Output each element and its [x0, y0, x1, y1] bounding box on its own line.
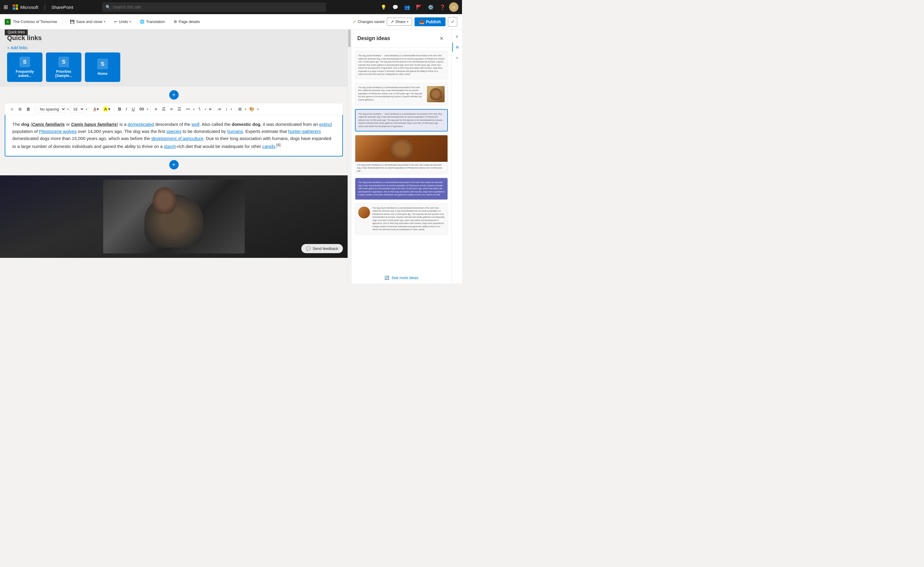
design-card-2[interactable]: The dog (Canis familiaris) is a domestic… — [355, 83, 448, 105]
apps-icon[interactable]: ⊞ — [3, 4, 8, 10]
link-hunter-gatherers[interactable]: hunter-gatherers — [288, 129, 321, 134]
translation-button[interactable]: 🌐 Translation — [137, 18, 168, 26]
ql-card-2-label: Priorities [Sample... — [48, 69, 79, 78]
save-icon: 💾 — [70, 20, 75, 24]
outdent-btn[interactable]: ⇤ — [207, 105, 214, 112]
italic-btn[interactable]: I — [124, 105, 129, 112]
design-card-1[interactable]: The dog (Canis familiaris → Canis famili… — [355, 51, 448, 79]
publish-button[interactable]: 📤 Publish — [415, 17, 445, 26]
design-card-3[interactable]: The dog (Canis familiaris → Canis famili… — [355, 109, 448, 132]
bullets-btn[interactable]: ≔ — [184, 105, 192, 112]
text-content[interactable]: The dog (Canis familiaris or Canis lupus… — [5, 115, 342, 156]
design-panel-close-button[interactable]: ✕ — [437, 34, 445, 42]
highlight-btn[interactable]: A ▾ — [102, 105, 112, 112]
question-icon[interactable]: ❓ — [437, 2, 448, 12]
underline-btn[interactable]: U — [130, 105, 137, 112]
design-card-6[interactable]: The dog (Canis familiaris) is a domestic… — [355, 203, 448, 235]
content-area[interactable]: Quick links Quick links + Add links S Fr… — [0, 30, 348, 284]
design-card-4[interactable]: The dog (Canis familiaris) is a domestic… — [355, 135, 448, 174]
italic-canis: Canis familiaris — [32, 122, 65, 127]
numbering-btn[interactable]: ⒈ — [196, 105, 203, 113]
text-content-wrapper[interactable]: The dog (Canis familiaris or Canis lupus… — [5, 115, 343, 156]
style-dropdown[interactable]: No spacing — [36, 105, 66, 113]
microsoft-logo: Microsoft — [13, 4, 38, 10]
page-details-button[interactable]: ⚙ Page details — [170, 18, 203, 26]
user-avatar[interactable]: U — [449, 2, 458, 12]
link-canids[interactable]: canids — [262, 144, 275, 149]
design-card-6-layout: The dog (Canis familiaris) is a domestic… — [358, 207, 445, 231]
strikethrough-dropdown: ▾ — [147, 108, 148, 111]
search-bar[interactable]: 🔍 — [102, 2, 326, 12]
scrollbar-track[interactable] — [348, 30, 351, 284]
justify-btn[interactable]: ☰ — [176, 105, 183, 112]
send-feedback-button[interactable]: 💬 Send feedback — [301, 244, 343, 253]
move-icon-btn[interactable]: ⊹ — [9, 105, 16, 112]
logo-grid — [13, 4, 18, 10]
font-color-btn[interactable]: A ▾ — [92, 105, 101, 112]
side-icon-button-2[interactable]: ≋ — [452, 42, 462, 52]
color-picker-btn[interactable]: 🎨 — [247, 105, 256, 112]
italic-canis-lupus: Canis lupus familiaris — [71, 122, 117, 127]
align-left-btn[interactable]: ≡ — [153, 105, 159, 112]
search-input[interactable] — [113, 5, 323, 9]
link-domesticated[interactable]: domesticated — [128, 122, 154, 127]
help-communities-icon[interactable]: 💡 — [378, 2, 389, 12]
dog-photo — [103, 180, 245, 254]
side-icon-button-3[interactable]: ≈ — [452, 53, 462, 63]
size-dropdown[interactable]: 18 — [70, 105, 85, 113]
link-wolf[interactable]: wolf — [192, 122, 200, 127]
link-extinct[interactable]: extinct — [319, 122, 332, 127]
delete-btn[interactable]: 🗑 — [24, 105, 32, 112]
share-label: Share — [395, 20, 406, 24]
line-spacing-btn[interactable]: ↕ — [224, 105, 229, 112]
main-layout: Quick links Quick links + Add links S Fr… — [0, 30, 462, 284]
dark-bg — [0, 176, 348, 258]
feedback-icon[interactable]: 💬 — [390, 2, 401, 12]
ql-card-3[interactable]: S Home — [85, 52, 120, 82]
table-btn[interactable]: ⊞ — [236, 105, 243, 112]
add-links-button[interactable]: + Add links — [7, 45, 27, 50]
see-more-ideas-button[interactable]: 🔄 See more ideas — [352, 272, 451, 284]
flag-icon[interactable]: 🚩 — [414, 2, 424, 12]
link-pleistocene[interactable]: Pleistocene wolves — [39, 129, 77, 134]
changes-saved-label: Changes saved — [358, 20, 384, 24]
spacing-dropdown: ▾ — [231, 108, 232, 111]
strikethrough-btn[interactable]: 99 — [138, 105, 146, 112]
align-center-btn[interactable]: ☰ — [160, 105, 167, 112]
underline-canis-lupus: Canis lupus familiaris — [71, 122, 117, 127]
expand-button[interactable]: ⤢ — [448, 17, 457, 27]
indent-btn[interactable]: ⇥ — [215, 105, 222, 112]
text-editor-toolbar: ⊹ ⧉ 🗑 No spacing ▾ 18 ▾ A ▾ A ▾ B I — [5, 103, 343, 115]
copy-btn[interactable]: ⧉ — [17, 105, 23, 113]
link-development[interactable]: development of agriculture — [151, 136, 203, 141]
save-close-button[interactable]: 💾 Save and close ▾ — [67, 18, 108, 26]
bold-btn[interactable]: B — [116, 105, 123, 112]
side-icon-button-1[interactable]: ≡ — [452, 32, 462, 41]
translation-icon: 🌐 — [140, 20, 144, 24]
font-color-icon: A — [93, 106, 96, 111]
bold-domestic-dog: domestic dog — [232, 122, 261, 127]
link-humans[interactable]: humans — [227, 129, 243, 134]
ql-card-1[interactable]: S Frequently asked... — [7, 52, 42, 82]
add-section-button-1[interactable]: + — [169, 90, 179, 100]
color-picker-dropdown: ▾ — [257, 108, 258, 111]
settings-icon[interactable]: ⚙️ — [425, 2, 436, 12]
bold-italic-canis: Canis familiaris — [32, 122, 65, 127]
align-right-btn[interactable]: ≡ — [169, 105, 174, 112]
ql-card-2[interactable]: S Priorities [Sample... — [46, 52, 81, 82]
people-icon[interactable]: 👥 — [402, 2, 412, 12]
add-section-button-2[interactable]: + — [169, 160, 179, 170]
link-starch[interactable]: starch — [164, 144, 176, 149]
tt-divider-5 — [234, 106, 234, 112]
share-button[interactable]: ↗ Share ▾ — [387, 18, 412, 26]
design-card-4-image — [355, 135, 448, 162]
link-species[interactable]: species — [167, 129, 182, 134]
scrollbar-thumb[interactable] — [348, 30, 350, 47]
save-close-label: Save and close — [76, 20, 102, 24]
style-dropdown-arrow: ▾ — [67, 108, 69, 111]
design-card-5[interactable]: The dog (Canis familiaris) is a domestic… — [355, 178, 448, 200]
design-card-2-inner: The dog (Canis familiaris) is a domestic… — [355, 83, 448, 105]
publish-label: Publish — [426, 20, 441, 24]
undo-button[interactable]: ↩ Undo ▾ — [111, 18, 134, 26]
page-name: The Contoso of Tomorrow — [13, 20, 57, 24]
